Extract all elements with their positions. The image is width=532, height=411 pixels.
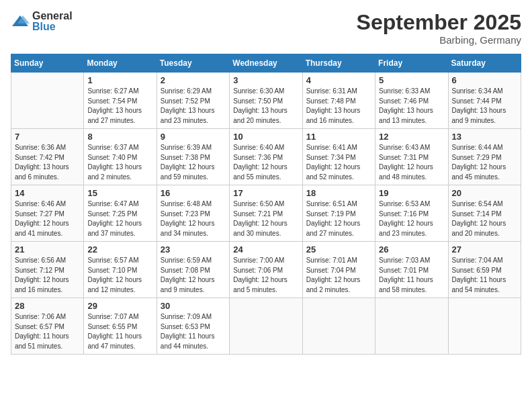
day-number: 3 bbox=[233, 75, 298, 85]
day-number: 16 bbox=[161, 188, 226, 198]
calendar-cell: 30Sunrise: 7:09 AMSunset: 6:53 PMDayligh… bbox=[157, 298, 229, 355]
header-friday: Friday bbox=[375, 54, 448, 73]
day-info: Sunrise: 6:48 AMSunset: 7:23 PMDaylight:… bbox=[161, 199, 226, 238]
logo-blue: Blue bbox=[32, 21, 56, 32]
day-info: Sunrise: 7:04 AMSunset: 6:59 PMDaylight:… bbox=[452, 256, 517, 295]
day-number: 2 bbox=[161, 75, 226, 85]
week-row-1: 1Sunrise: 6:27 AMSunset: 7:54 PMDaylight… bbox=[11, 73, 521, 129]
day-number: 27 bbox=[452, 244, 517, 255]
header-sunday: Sunday bbox=[11, 54, 84, 73]
calendar-cell: 12Sunrise: 6:43 AMSunset: 7:31 PMDayligh… bbox=[375, 129, 448, 185]
calendar-cell: 24Sunrise: 7:00 AMSunset: 7:06 PMDayligh… bbox=[230, 242, 302, 298]
day-info: Sunrise: 7:00 AMSunset: 7:06 PMDaylight:… bbox=[233, 256, 298, 295]
page-header: General Blue September 2025 Barbing, Ger… bbox=[11, 11, 521, 46]
calendar-cell: 23Sunrise: 6:59 AMSunset: 7:08 PMDayligh… bbox=[157, 242, 229, 298]
calendar-cell: 11Sunrise: 6:41 AMSunset: 7:34 PMDayligh… bbox=[302, 129, 375, 185]
day-info: Sunrise: 6:39 AMSunset: 7:38 PMDaylight:… bbox=[161, 143, 226, 182]
month-title: September 2025 bbox=[357, 11, 521, 34]
week-row-2: 7Sunrise: 6:36 AMSunset: 7:42 PMDaylight… bbox=[11, 129, 521, 185]
day-info: Sunrise: 6:59 AMSunset: 7:08 PMDaylight:… bbox=[161, 256, 226, 295]
day-number: 5 bbox=[379, 75, 444, 85]
day-number: 28 bbox=[15, 301, 80, 311]
calendar-cell: 18Sunrise: 6:51 AMSunset: 7:19 PMDayligh… bbox=[302, 185, 375, 242]
calendar-cell bbox=[302, 298, 375, 355]
calendar-cell: 25Sunrise: 7:01 AMSunset: 7:04 PMDayligh… bbox=[302, 242, 375, 298]
day-number: 25 bbox=[306, 244, 371, 255]
day-info: Sunrise: 6:47 AMSunset: 7:25 PMDaylight:… bbox=[87, 199, 152, 238]
calendar-cell: 17Sunrise: 6:50 AMSunset: 7:21 PMDayligh… bbox=[230, 185, 302, 242]
calendar-cell: 5Sunrise: 6:33 AMSunset: 7:46 PMDaylight… bbox=[375, 73, 448, 129]
day-info: Sunrise: 6:44 AMSunset: 7:29 PMDaylight:… bbox=[452, 143, 517, 182]
day-info: Sunrise: 6:40 AMSunset: 7:36 PMDaylight:… bbox=[233, 143, 298, 182]
day-number: 24 bbox=[233, 244, 298, 255]
day-number: 13 bbox=[452, 132, 517, 142]
day-number: 20 bbox=[452, 188, 517, 198]
day-number: 21 bbox=[15, 244, 80, 255]
day-info: Sunrise: 7:07 AMSunset: 6:55 PMDaylight:… bbox=[87, 312, 152, 351]
logo-general: General bbox=[32, 10, 73, 21]
day-number: 23 bbox=[161, 244, 226, 255]
calendar-cell: 7Sunrise: 6:36 AMSunset: 7:42 PMDaylight… bbox=[11, 129, 84, 185]
calendar-cell: 28Sunrise: 7:06 AMSunset: 6:57 PMDayligh… bbox=[11, 298, 84, 355]
week-row-5: 28Sunrise: 7:06 AMSunset: 6:57 PMDayligh… bbox=[11, 298, 521, 355]
day-info: Sunrise: 7:01 AMSunset: 7:04 PMDaylight:… bbox=[306, 256, 371, 295]
day-info: Sunrise: 6:50 AMSunset: 7:21 PMDaylight:… bbox=[233, 199, 298, 238]
calendar-cell: 6Sunrise: 6:34 AMSunset: 7:44 PMDaylight… bbox=[448, 73, 521, 129]
day-info: Sunrise: 6:43 AMSunset: 7:31 PMDaylight:… bbox=[379, 143, 444, 182]
calendar-cell: 22Sunrise: 6:57 AMSunset: 7:10 PMDayligh… bbox=[84, 242, 157, 298]
day-number: 17 bbox=[233, 188, 298, 198]
calendar-cell: 29Sunrise: 7:07 AMSunset: 6:55 PMDayligh… bbox=[84, 298, 157, 355]
calendar-cell: 20Sunrise: 6:54 AMSunset: 7:14 PMDayligh… bbox=[448, 185, 521, 242]
calendar-cell bbox=[230, 298, 302, 355]
day-info: Sunrise: 6:41 AMSunset: 7:34 PMDaylight:… bbox=[306, 143, 371, 182]
day-info: Sunrise: 7:09 AMSunset: 6:53 PMDaylight:… bbox=[161, 312, 226, 351]
day-number: 7 bbox=[15, 132, 80, 142]
day-number: 10 bbox=[233, 132, 298, 142]
calendar-cell bbox=[11, 73, 84, 129]
header-thursday: Thursday bbox=[302, 54, 375, 73]
day-number: 1 bbox=[87, 75, 152, 85]
weekday-header-row: SundayMondayTuesdayWednesdayThursdayFrid… bbox=[11, 54, 521, 73]
day-number: 8 bbox=[87, 132, 152, 142]
week-row-3: 14Sunrise: 6:46 AMSunset: 7:27 PMDayligh… bbox=[11, 185, 521, 242]
calendar-cell: 1Sunrise: 6:27 AMSunset: 7:54 PMDaylight… bbox=[84, 73, 157, 129]
day-info: Sunrise: 6:31 AMSunset: 7:48 PMDaylight:… bbox=[306, 87, 371, 126]
calendar-cell bbox=[448, 298, 521, 355]
title-area: September 2025 Barbing, Germany bbox=[357, 11, 521, 46]
day-number: 22 bbox=[87, 244, 152, 255]
day-number: 9 bbox=[161, 132, 226, 142]
calendar-cell: 9Sunrise: 6:39 AMSunset: 7:38 PMDaylight… bbox=[157, 129, 229, 185]
calendar-cell: 3Sunrise: 6:30 AMSunset: 7:50 PMDaylight… bbox=[230, 73, 302, 129]
day-number: 19 bbox=[379, 188, 444, 198]
calendar-cell: 16Sunrise: 6:48 AMSunset: 7:23 PMDayligh… bbox=[157, 185, 229, 242]
day-number: 4 bbox=[306, 75, 371, 85]
header-wednesday: Wednesday bbox=[230, 54, 302, 73]
day-number: 11 bbox=[306, 132, 371, 142]
calendar-cell: 27Sunrise: 7:04 AMSunset: 6:59 PMDayligh… bbox=[448, 242, 521, 298]
location-title: Barbing, Germany bbox=[357, 34, 521, 46]
day-info: Sunrise: 6:46 AMSunset: 7:27 PMDaylight:… bbox=[15, 199, 80, 238]
calendar-cell: 8Sunrise: 6:37 AMSunset: 7:40 PMDaylight… bbox=[84, 129, 157, 185]
calendar-cell: 14Sunrise: 6:46 AMSunset: 7:27 PMDayligh… bbox=[11, 185, 84, 242]
day-number: 14 bbox=[15, 188, 80, 198]
day-info: Sunrise: 6:33 AMSunset: 7:46 PMDaylight:… bbox=[379, 87, 444, 126]
calendar-cell: 26Sunrise: 7:03 AMSunset: 7:01 PMDayligh… bbox=[375, 242, 448, 298]
calendar-cell: 13Sunrise: 6:44 AMSunset: 7:29 PMDayligh… bbox=[448, 129, 521, 185]
day-number: 12 bbox=[379, 132, 444, 142]
day-number: 6 bbox=[452, 75, 517, 85]
calendar-cell: 10Sunrise: 6:40 AMSunset: 7:36 PMDayligh… bbox=[230, 129, 302, 185]
day-info: Sunrise: 6:36 AMSunset: 7:42 PMDaylight:… bbox=[15, 143, 80, 182]
day-number: 15 bbox=[87, 188, 152, 198]
header-saturday: Saturday bbox=[448, 54, 521, 73]
day-info: Sunrise: 6:29 AMSunset: 7:52 PMDaylight:… bbox=[161, 87, 226, 126]
day-info: Sunrise: 6:27 AMSunset: 7:54 PMDaylight:… bbox=[87, 87, 152, 126]
day-info: Sunrise: 6:54 AMSunset: 7:14 PMDaylight:… bbox=[452, 199, 517, 238]
day-info: Sunrise: 6:57 AMSunset: 7:10 PMDaylight:… bbox=[87, 256, 152, 295]
calendar-table: SundayMondayTuesdayWednesdayThursdayFrid… bbox=[11, 54, 521, 355]
day-number: 30 bbox=[161, 301, 226, 311]
calendar-cell: 19Sunrise: 6:53 AMSunset: 7:16 PMDayligh… bbox=[375, 185, 448, 242]
day-info: Sunrise: 6:51 AMSunset: 7:19 PMDaylight:… bbox=[306, 199, 371, 238]
day-info: Sunrise: 6:30 AMSunset: 7:50 PMDaylight:… bbox=[233, 87, 298, 126]
day-info: Sunrise: 7:06 AMSunset: 6:57 PMDaylight:… bbox=[15, 312, 80, 351]
calendar-cell bbox=[375, 298, 448, 355]
